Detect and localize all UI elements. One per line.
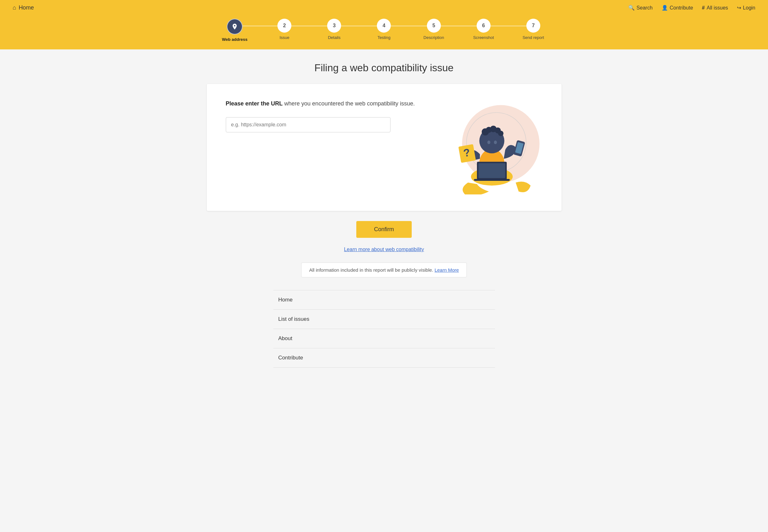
step-3-label: Details <box>328 35 340 40</box>
step-3-circle: 3 <box>327 19 341 33</box>
description-bold: Please enter the URL <box>226 100 283 107</box>
step-7[interactable]: 7 Send report <box>508 19 558 40</box>
search-nav-link[interactable]: 🔍 Search <box>628 5 653 11</box>
step-2-circle: 2 <box>277 19 291 33</box>
home-link[interactable]: ⌂ Home <box>13 4 34 11</box>
step-5[interactable]: 5 Description <box>409 19 459 40</box>
page-title: Filing a web compatibility issue <box>207 62 562 74</box>
site-header: ⌂ Home 🔍 Search 👤 Contribute # All issue… <box>0 0 768 16</box>
svg-point-10 <box>494 141 497 144</box>
step-7-label: Send report <box>523 35 544 40</box>
footer-link-about[interactable]: About <box>273 329 495 348</box>
step-2[interactable]: 2 Issue <box>260 19 309 40</box>
card-description: Please enter the URL where you encounter… <box>226 99 428 108</box>
search-nav-label: Search <box>637 5 653 11</box>
step-6-label: Screenshot <box>473 35 494 40</box>
footer-links: Home List of issues About Contribute <box>273 290 495 368</box>
step-5-label: Description <box>423 35 444 40</box>
footer-link-list-issues[interactable]: List of issues <box>273 310 495 329</box>
stepper-bar: Web address 2 Issue 3 Details 4 Testing <box>0 16 768 49</box>
public-notice-learn-more[interactable]: Learn More <box>435 267 459 273</box>
public-notice-box: All information included in this report … <box>301 263 467 277</box>
public-notice: All information included in this report … <box>207 263 562 277</box>
main-nav: 🔍 Search 👤 Contribute # All issues ↪ Log… <box>628 5 755 11</box>
all-issues-nav-label: All issues <box>707 5 728 11</box>
url-input[interactable] <box>226 117 390 132</box>
home-label: Home <box>19 4 34 11</box>
step-2-label: Issue <box>280 35 289 40</box>
stepper: Web address 2 Issue 3 Details 4 Testing <box>210 19 558 42</box>
step-1-label: Web address <box>222 37 248 42</box>
login-icon: ↪ <box>737 5 741 11</box>
login-nav-label: Login <box>743 5 755 11</box>
step-6-circle: 6 <box>477 19 491 33</box>
step-5-circle: 5 <box>427 19 441 33</box>
all-issues-nav-link[interactable]: # All issues <box>702 5 728 11</box>
step-7-circle: 7 <box>526 19 540 33</box>
actions-section: Confirm Learn more about web compatibili… <box>207 221 562 263</box>
svg-rect-12 <box>478 163 505 178</box>
svg-rect-13 <box>474 179 510 181</box>
search-icon: 🔍 <box>628 5 635 11</box>
card-left: Please enter the URL where you encounter… <box>226 99 428 132</box>
card-illustration: ? <box>441 99 543 196</box>
svg-point-9 <box>487 141 490 144</box>
footer-link-home[interactable]: Home <box>273 290 495 310</box>
contribute-icon: 👤 <box>662 5 668 11</box>
learn-more-link[interactable]: Learn more about web compatibility <box>207 247 562 252</box>
location-icon <box>231 23 238 30</box>
description-rest: where you encountered the web compatibil… <box>283 100 415 107</box>
public-notice-text: All information included in this report … <box>309 267 433 273</box>
step-1-circle <box>227 19 243 35</box>
step-4[interactable]: 4 Testing <box>359 19 409 40</box>
illustration-svg: ? <box>441 99 543 194</box>
step-1[interactable]: Web address <box>210 19 260 42</box>
main-content: Filing a web compatibility issue Please … <box>194 49 574 374</box>
step-4-circle: 4 <box>377 19 391 33</box>
step-3[interactable]: 3 Details <box>309 19 359 40</box>
hash-icon: # <box>702 5 705 11</box>
confirm-button[interactable]: Confirm <box>356 221 412 238</box>
login-nav-link[interactable]: ↪ Login <box>737 5 755 11</box>
step-6[interactable]: 6 Screenshot <box>459 19 508 40</box>
step-4-label: Testing <box>378 35 390 40</box>
footer-link-contribute[interactable]: Contribute <box>273 348 495 368</box>
contribute-nav-link[interactable]: 👤 Contribute <box>662 5 693 11</box>
home-icon: ⌂ <box>13 4 16 11</box>
svg-point-8 <box>498 131 503 136</box>
contribute-nav-label: Contribute <box>670 5 693 11</box>
url-card: Please enter the URL where you encounter… <box>207 84 562 211</box>
